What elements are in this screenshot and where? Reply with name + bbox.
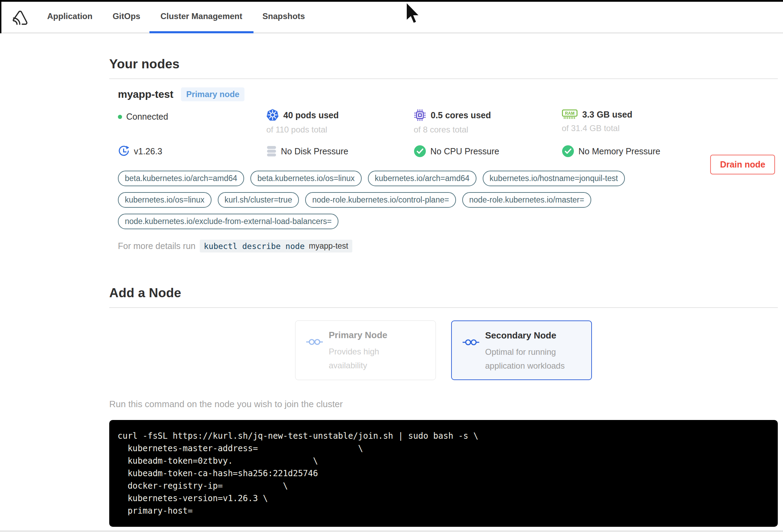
tab-gitops[interactable]: GitOps (113, 0, 140, 33)
node-label-pill: kurl.sh/cluster=true (218, 192, 299, 208)
svg-text:RAM: RAM (565, 111, 574, 116)
node-status-cell: Connected (118, 109, 266, 135)
pods-used-label: 40 pods used (283, 110, 339, 120)
secondary-option-title: Secondary Node (485, 330, 572, 341)
terminal-line: curl -fsSL https://kurl.sh/jq-new-test-u… (118, 430, 769, 442)
add-node-divider (109, 307, 778, 308)
node-details-hint: For more details run kubectl describe no… (118, 240, 778, 252)
terminal-line: docker-registry-ip= \ (118, 480, 769, 492)
node-label-pill: node.kubernetes.io/exclude-from-external… (118, 214, 338, 229)
window-top-border (0, 0, 783, 2)
node-type-options: Primary Node Provides high availability … (109, 320, 778, 380)
version-label: v1.26.3 (134, 146, 162, 156)
node-label-pill: beta.kubernetes.io/os=linux (250, 171, 362, 186)
nav-tabs: Application GitOps Cluster Management Sn… (47, 0, 305, 33)
disk-pressure-label: No Disk Pressure (281, 146, 349, 156)
node-label-pill: kubernetes.io/os=linux (118, 192, 212, 208)
secondary-option-description: Optimal for running application workload… (485, 345, 572, 373)
connected-dot-icon (118, 115, 122, 119)
kubectl-command-node: myapp-test (309, 241, 349, 251)
node-name: myapp-test (118, 88, 173, 100)
cluster-management-page: Application GitOps Cluster Management Sn… (0, 0, 783, 532)
terminal-line: primary-host= (118, 505, 769, 517)
memory-stat: RAM 3.3 GB used of 31.4 GB total (562, 109, 778, 135)
primary-option-description: Provides high availability (329, 345, 415, 372)
cores-total-label: of 8 cores total (414, 125, 562, 135)
nodes-icon (462, 338, 480, 347)
memory-used-label: 3.3 GB used (582, 110, 633, 120)
terminal-line: kubernetes-version=v1.26.3 \ (118, 492, 769, 505)
bottom-section-edge (0, 530, 783, 532)
pods-stat: 40 pods used of 110 pods total (266, 109, 414, 135)
node-label-pill: kubernetes.io/hostname=jonquil-test (483, 171, 625, 186)
tab-cluster-management[interactable]: Cluster Management (161, 0, 242, 33)
cores-used-label: 0.5 cores used (431, 110, 491, 120)
node-label-pill: node-role.kubernetes.io/control-plane= (305, 192, 456, 208)
cpu-icon (414, 109, 426, 121)
kubectl-command-text: kubectl describe node (204, 242, 305, 251)
top-nav: Application GitOps Cluster Management Sn… (0, 0, 783, 33)
disk-pressure-cell: No Disk Pressure (266, 145, 414, 157)
memory-total-label: of 31.4 GB total (562, 123, 778, 133)
primary-option-title: Primary Node (329, 330, 415, 341)
node-label-pill: kubernetes.io/arch=amd64 (368, 171, 476, 186)
terminal-line: kubeadm-token=0ztbvy. \ (118, 455, 769, 467)
tab-snapshots[interactable]: Snapshots (263, 0, 305, 33)
node-stats-grid: Connected (118, 109, 778, 157)
disk-icon (266, 145, 277, 157)
check-circle-icon (414, 145, 426, 157)
cores-stat: 0.5 cores used of 8 cores total (414, 109, 562, 135)
details-prefix: For more details run (118, 241, 196, 251)
version-history-icon (118, 145, 130, 157)
add-node-title: Add a Node (109, 286, 778, 300)
tab-application[interactable]: Application (47, 0, 93, 33)
version-cell: v1.26.3 (118, 145, 266, 157)
terminal-line: kubernetes-master-address= \ (118, 442, 769, 455)
mouse-cursor (406, 2, 422, 25)
primary-node-option[interactable]: Primary Node Provides high availability (295, 320, 436, 380)
node-header: myapp-test Primary node (118, 87, 778, 101)
terminal-line: kubeadm-token-ca-hash=sha256:221d25746 (118, 467, 769, 480)
node-label-pill: beta.kubernetes.io/arch=amd64 (118, 171, 244, 186)
secondary-node-option[interactable]: Secondary Node Optimal for running appli… (451, 320, 592, 380)
memory-pressure-label: No Memory Pressure (578, 146, 660, 156)
drain-node-button[interactable]: Drain node (710, 155, 775, 174)
join-command-terminal: curl -fsSL https://kurl.sh/jq-new-test-u… (109, 420, 778, 527)
ram-icon: RAM (562, 109, 578, 120)
window-left-border (0, 0, 1, 33)
cpu-pressure-label: No CPU Pressure (430, 146, 499, 156)
kubectl-command-chip: kubectl describe node myapp-test (200, 240, 353, 252)
kubernetes-icon (266, 109, 279, 121)
app-logo-icon (10, 8, 29, 26)
primary-node-badge: Primary node (181, 87, 244, 101)
node-labels: beta.kubernetes.io/arch=amd64 beta.kuber… (118, 171, 707, 229)
join-instruction: Run this command on the node you wish to… (109, 399, 778, 410)
nodes-icon (306, 337, 323, 346)
main-content: Your nodes myapp-test Primary node Conne… (109, 57, 778, 532)
your-nodes-title: Your nodes (109, 57, 778, 71)
check-circle-icon (562, 145, 574, 157)
node-card: myapp-test Primary node Connected (109, 79, 778, 252)
node-label-pill: node-role.kubernetes.io/master= (462, 192, 591, 208)
connected-label: Connected (126, 112, 168, 122)
pods-total-label: of 110 pods total (266, 125, 414, 135)
cpu-pressure-cell: No CPU Pressure (414, 145, 562, 157)
